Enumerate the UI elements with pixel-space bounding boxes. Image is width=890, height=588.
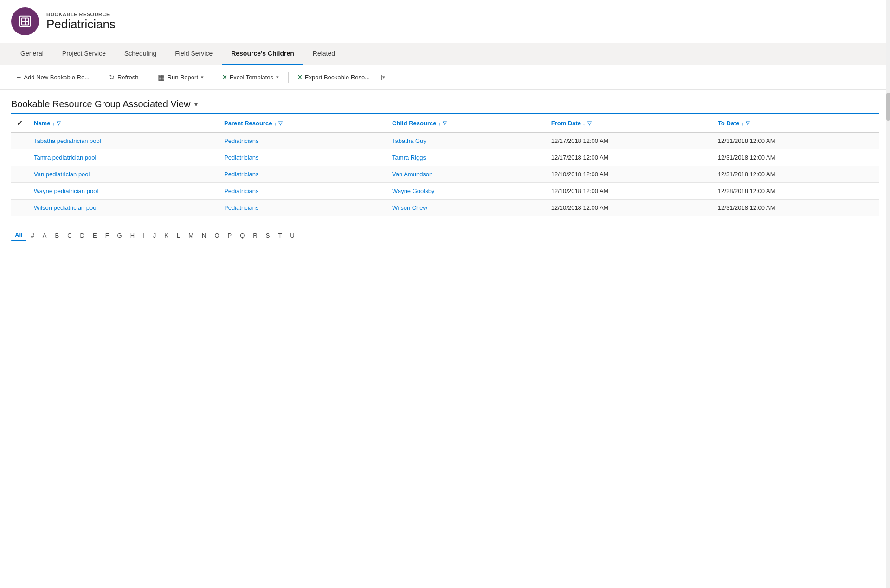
export-icon: X bbox=[298, 74, 302, 81]
alpha-item-s[interactable]: S bbox=[262, 230, 274, 241]
alpha-item-t[interactable]: T bbox=[274, 230, 285, 241]
tab-general[interactable]: General bbox=[11, 43, 53, 65]
tab-project-service[interactable]: Project Service bbox=[53, 43, 115, 65]
export-button[interactable]: X Export Bookable Reso... bbox=[292, 71, 375, 84]
alpha-item-all[interactable]: All bbox=[11, 230, 26, 241]
col-child-resource: Child Resource ↕ ▽ bbox=[387, 114, 546, 133]
alpha-item-a[interactable]: A bbox=[39, 230, 51, 241]
run-report-chevron: ▾ bbox=[201, 74, 204, 80]
row-checkbox-4[interactable] bbox=[11, 200, 28, 216]
plus-icon: + bbox=[17, 73, 21, 82]
alpha-item-e[interactable]: E bbox=[89, 230, 101, 241]
excel-chevron: ▾ bbox=[276, 74, 279, 80]
tab-resources-children[interactable]: Resource's Children bbox=[222, 43, 303, 65]
row-parent-4[interactable]: Pediatricians bbox=[219, 200, 387, 216]
child-sort-icon[interactable]: ↕ bbox=[438, 121, 441, 126]
to-filter-icon[interactable]: ▽ bbox=[746, 120, 749, 126]
toolbar-divider-3 bbox=[213, 72, 213, 83]
name-sort-icon[interactable]: ↑ bbox=[52, 121, 55, 126]
alpha-item-n[interactable]: N bbox=[198, 230, 210, 241]
row-checkbox-3[interactable] bbox=[11, 183, 28, 200]
alpha-item-b[interactable]: B bbox=[52, 230, 63, 241]
alpha-item-i[interactable]: I bbox=[139, 230, 148, 241]
from-filter-icon[interactable]: ▽ bbox=[587, 120, 591, 126]
col-name: Name ↑ ▽ bbox=[28, 114, 219, 133]
run-report-button[interactable]: ▦ Run Report ▾ bbox=[152, 70, 209, 84]
alpha-item-l[interactable]: L bbox=[173, 230, 184, 241]
add-new-button[interactable]: + Add New Bookable Re... bbox=[11, 71, 95, 84]
scrollbar-thumb[interactable] bbox=[886, 93, 890, 121]
toolbar: + Add New Bookable Re... ↻ Refresh ▦ Run… bbox=[0, 65, 890, 90]
parent-filter-icon[interactable]: ▽ bbox=[278, 120, 282, 126]
row-name-0[interactable]: Tabatha pediatrician pool bbox=[28, 133, 219, 149]
alpha-item-#[interactable]: # bbox=[27, 230, 38, 241]
alpha-item-d[interactable]: D bbox=[77, 230, 88, 241]
table-row: Van pediatrician pool Pediatricians Van … bbox=[11, 166, 879, 183]
view-title-chevron[interactable]: ▾ bbox=[194, 101, 198, 108]
row-from-0: 12/17/2018 12:00 AM bbox=[546, 133, 712, 149]
row-from-1: 12/17/2018 12:00 AM bbox=[546, 149, 712, 166]
row-child-1[interactable]: Tamra Riggs bbox=[387, 149, 546, 166]
excel-templates-button[interactable]: X Excel Templates ▾ bbox=[217, 71, 284, 84]
refresh-button[interactable]: ↻ Refresh bbox=[103, 70, 144, 84]
logo-icon bbox=[18, 14, 32, 28]
row-child-2[interactable]: Van Amundson bbox=[387, 166, 546, 183]
alpha-item-f[interactable]: F bbox=[102, 230, 113, 241]
alpha-item-c[interactable]: C bbox=[64, 230, 75, 241]
row-parent-0[interactable]: Pediatricians bbox=[219, 133, 387, 149]
row-parent-2[interactable]: Pediatricians bbox=[219, 166, 387, 183]
child-filter-icon[interactable]: ▽ bbox=[443, 120, 446, 126]
app-logo bbox=[11, 7, 39, 35]
row-parent-3[interactable]: Pediatricians bbox=[219, 183, 387, 200]
to-sort-icon[interactable]: ↕ bbox=[742, 121, 744, 126]
alpha-item-u[interactable]: U bbox=[286, 230, 298, 241]
alpha-item-h[interactable]: H bbox=[127, 230, 138, 241]
col-parent-resource: Parent Resource ↕ ▽ bbox=[219, 114, 387, 133]
row-child-4[interactable]: Wilson Chew bbox=[387, 200, 546, 216]
row-parent-1[interactable]: Pediatricians bbox=[219, 149, 387, 166]
name-filter-icon[interactable]: ▽ bbox=[57, 120, 60, 126]
alpha-item-p[interactable]: P bbox=[224, 230, 236, 241]
row-checkbox-0[interactable] bbox=[11, 133, 28, 149]
row-to-3: 12/28/2018 12:00 AM bbox=[712, 183, 879, 200]
view-title-area: Bookable Resource Group Associated View … bbox=[0, 90, 890, 113]
table-header-row: ✓ Name ↑ ▽ Parent Resource ↕ ▽ bbox=[11, 114, 879, 133]
select-all-checkbox[interactable]: ✓ bbox=[11, 114, 28, 133]
alpha-item-g[interactable]: G bbox=[114, 230, 126, 241]
excel-icon: X bbox=[223, 74, 227, 81]
table-container: ✓ Name ↑ ▽ Parent Resource ↕ ▽ bbox=[0, 113, 890, 224]
alpha-bar: All#ABCDEFGHIJKLMNOPQRSTU bbox=[0, 224, 890, 247]
row-name-3[interactable]: Wayne pediatrician pool bbox=[28, 183, 219, 200]
row-to-4: 12/31/2018 12:00 AM bbox=[712, 200, 879, 216]
export-dropdown-button[interactable]: |▾ bbox=[377, 71, 389, 83]
tab-scheduling[interactable]: Scheduling bbox=[115, 43, 166, 65]
app-header: BOOKABLE RESOURCE Pediatricians bbox=[0, 0, 890, 43]
row-from-2: 12/10/2018 12:00 AM bbox=[546, 166, 712, 183]
row-checkbox-2[interactable] bbox=[11, 166, 28, 183]
row-name-4[interactable]: Wilson pediatrician pool bbox=[28, 200, 219, 216]
alpha-item-m[interactable]: M bbox=[185, 230, 197, 241]
row-child-0[interactable]: Tabatha Guy bbox=[387, 133, 546, 149]
alpha-item-q[interactable]: Q bbox=[236, 230, 248, 241]
row-to-1: 12/31/2018 12:00 AM bbox=[712, 149, 879, 166]
parent-sort-icon[interactable]: ↕ bbox=[274, 121, 277, 126]
alpha-item-k[interactable]: K bbox=[161, 230, 172, 241]
alpha-item-o[interactable]: O bbox=[211, 230, 223, 241]
toolbar-divider-4 bbox=[288, 72, 289, 83]
row-checkbox-1[interactable] bbox=[11, 149, 28, 166]
row-name-1[interactable]: Tamra pediatrician pool bbox=[28, 149, 219, 166]
refresh-label: Refresh bbox=[117, 74, 139, 81]
row-from-4: 12/10/2018 12:00 AM bbox=[546, 200, 712, 216]
alpha-item-j[interactable]: J bbox=[149, 230, 160, 241]
scrollbar-track[interactable] bbox=[886, 0, 890, 247]
from-sort-icon[interactable]: ↕ bbox=[583, 121, 586, 126]
toolbar-divider-1 bbox=[99, 72, 99, 83]
app-title: Pediatricians bbox=[46, 17, 116, 32]
row-child-3[interactable]: Wayne Goolsby bbox=[387, 183, 546, 200]
excel-templates-label: Excel Templates bbox=[230, 74, 273, 81]
tab-related[interactable]: Related bbox=[303, 43, 344, 65]
row-name-2[interactable]: Van pediatrician pool bbox=[28, 166, 219, 183]
table-row: Wilson pediatrician pool Pediatricians W… bbox=[11, 200, 879, 216]
tab-field-service[interactable]: Field Service bbox=[166, 43, 222, 65]
alpha-item-r[interactable]: R bbox=[249, 230, 261, 241]
